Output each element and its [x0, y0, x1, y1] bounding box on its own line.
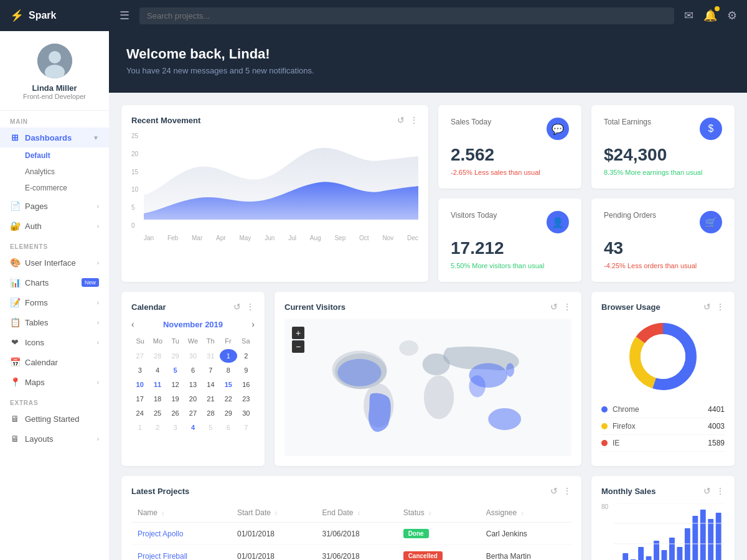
cal-day[interactable]: 13 [184, 378, 201, 391]
search-input[interactable] [139, 7, 674, 24]
sidebar-item-label-maps: Maps [25, 378, 45, 387]
cal-day[interactable]: 19 [167, 392, 184, 406]
browser-more-icon[interactable]: ⋮ [716, 302, 725, 312]
sidebar-item-getting-started[interactable]: 🖥 Getting Started [0, 409, 109, 429]
cal-day[interactable]: 18 [149, 392, 166, 406]
sidebar-item-tables[interactable]: 📋 Tables › [0, 312, 109, 332]
refresh-icon[interactable]: ↺ [397, 115, 405, 125]
cal-day[interactable]: 1 [131, 421, 148, 434]
start-date: 01/01/2018 [231, 523, 316, 545]
cal-day[interactable]: 21 [202, 392, 219, 406]
cal-day[interactable]: 27 [184, 406, 201, 420]
total-earnings-change: 8.35% More earnings than usual [604, 169, 722, 176]
cal-day[interactable]: 24 [131, 406, 148, 420]
cal-day[interactable]: 6 [220, 421, 237, 434]
cal-day[interactable]: 31 [202, 349, 219, 363]
cal-day[interactable]: 7 [238, 421, 255, 434]
map-zoom-in-button[interactable]: + [292, 327, 304, 339]
map-zoom-out-button[interactable]: − [292, 340, 304, 353]
sales-refresh-icon[interactable]: ↺ [703, 486, 711, 496]
cal-day[interactable]: 8 [220, 363, 237, 377]
project-link[interactable]: Project Fireball [138, 552, 187, 561]
more-icon[interactable]: ⋮ [410, 115, 418, 125]
sidebar-item-forms[interactable]: 📝 Forms › [0, 292, 109, 312]
hamburger-menu-icon[interactable]: ☰ [120, 9, 129, 22]
calendar-refresh-icon[interactable]: ↺ [233, 302, 241, 312]
cal-day[interactable]: 3 [167, 421, 184, 434]
cal-day[interactable]: 4 [149, 363, 166, 377]
map-more-icon[interactable]: ⋮ [563, 302, 571, 312]
pending-orders-value: 43 [604, 238, 722, 258]
cal-day[interactable]: 11 [149, 378, 166, 391]
sidebar-item-calendar[interactable]: 📅 Calendar [0, 352, 109, 372]
cal-day[interactable]: 30 [238, 406, 255, 420]
calendar-icon: 📅 [10, 357, 20, 367]
cal-day[interactable]: 25 [149, 406, 166, 420]
cal-day[interactable]: 10 [131, 378, 148, 391]
bell-icon[interactable]: 🔔 [703, 9, 717, 22]
cal-day[interactable]: 29 [220, 406, 237, 420]
ui-icon: 🎨 [10, 258, 20, 268]
cal-day[interactable]: 2 [149, 421, 166, 434]
cal-day[interactable]: 4 [184, 421, 201, 434]
cal-day[interactable]: 2 [238, 349, 255, 363]
mail-icon[interactable]: ✉ [684, 9, 693, 22]
charts-icon: 📊 [10, 278, 20, 287]
forms-icon: 📝 [10, 297, 20, 307]
cal-day[interactable]: 26 [167, 406, 184, 420]
sidebar-item-ui[interactable]: 🎨 User Interface › [0, 253, 109, 273]
browser-refresh-icon[interactable]: ↺ [703, 302, 711, 312]
cal-day[interactable]: 28 [149, 349, 166, 363]
row3: Latest Projects ↺ ⋮ Name ↕ Start Date ↕ … [121, 476, 735, 560]
prev-month-button[interactable]: ‹ [131, 319, 134, 329]
sidebar-item-pages[interactable]: 📄 Pages › [0, 196, 109, 216]
world-map: + − [284, 319, 571, 456]
cal-day[interactable]: 20 [184, 392, 201, 406]
sidebar-item-label-dashboards: Dashboards [25, 133, 72, 142]
cal-day[interactable]: 17 [131, 392, 148, 406]
cal-day[interactable]: 3 [131, 363, 148, 377]
settings-icon[interactable]: ⚙ [727, 9, 737, 22]
cal-day[interactable]: 12 [167, 378, 184, 391]
chevron-right-icon-auth: › [97, 223, 99, 230]
project-link[interactable]: Project Apollo [138, 530, 183, 538]
sidebar-sub-analytics[interactable]: Analytics [0, 164, 109, 180]
svg-rect-31 [716, 513, 721, 560]
cal-day[interactable]: 14 [202, 378, 219, 391]
cal-day-today[interactable]: 1 [220, 349, 237, 363]
cal-day[interactable]: 27 [131, 349, 148, 363]
sidebar-item-dashboards[interactable]: ⊞ Dashboards ▼ [0, 128, 109, 147]
projects-more-icon[interactable]: ⋮ [563, 486, 571, 496]
cal-day[interactable]: 16 [238, 378, 255, 391]
cal-day[interactable]: 23 [238, 392, 255, 406]
cal-day[interactable]: 6 [184, 363, 201, 377]
sales-more-icon[interactable]: ⋮ [716, 486, 725, 496]
cal-day[interactable]: 15 [220, 378, 237, 391]
cal-day[interactable]: 7 [202, 363, 219, 377]
nav-icons: ✉ 🔔 ⚙ [684, 9, 737, 22]
cal-day[interactable]: 29 [167, 349, 184, 363]
map-refresh-icon[interactable]: ↺ [550, 302, 558, 312]
sidebar-item-auth[interactable]: 🔐 Auth › [0, 216, 109, 236]
sidebar-item-charts[interactable]: 📊 Charts New [0, 273, 109, 292]
cal-day[interactable]: 9 [238, 363, 255, 377]
sidebar-item-label-forms: Forms [25, 298, 48, 307]
cal-day[interactable]: 5 [202, 421, 219, 434]
sidebar-sub-default[interactable]: Default [0, 147, 109, 164]
cal-day[interactable]: 30 [184, 349, 201, 363]
sidebar-sub-ecommerce[interactable]: E-commerce [0, 180, 109, 196]
next-month-button[interactable]: › [251, 319, 255, 329]
sidebar-item-layouts[interactable]: 🖥 Layouts › [0, 429, 109, 449]
sidebar-item-maps[interactable]: 📍 Maps › [0, 372, 109, 392]
extras-section-label: Extras [0, 392, 109, 409]
calendar-more-icon[interactable]: ⋮ [246, 302, 255, 312]
main-section-label: Main [0, 111, 109, 128]
cal-day[interactable]: 5 [167, 363, 184, 377]
cal-day[interactable]: 28 [202, 406, 219, 420]
sidebar-item-icons[interactable]: ❤ Icons › [0, 332, 109, 352]
map-header: Current Visitors ↺ ⋮ [284, 302, 571, 312]
projects-refresh-icon[interactable]: ↺ [550, 486, 558, 496]
calendar-dow: SuMoTuWeThFrSa [131, 335, 255, 347]
spark-logo-icon: ⚡ [10, 9, 24, 22]
cal-day[interactable]: 22 [220, 392, 237, 406]
